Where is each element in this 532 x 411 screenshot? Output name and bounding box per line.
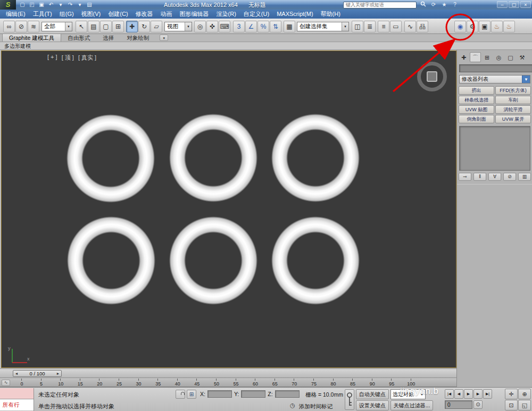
menu-item[interactable]: 工具(T) (29, 10, 56, 19)
edit-named-selection-sets-icon[interactable]: ▦ (284, 21, 295, 32)
track-bar[interactable]: ∿ 0 5 10 15 20 25 30 35 40 45 (0, 378, 456, 387)
key-filters-button[interactable]: 关键点过滤器... (390, 400, 433, 410)
window-crossing-toggle-icon[interactable]: ⊞ (112, 21, 124, 32)
layer-manager-icon[interactable]: ≡ (378, 21, 389, 32)
torus-object[interactable] (271, 216, 360, 305)
play-animation-button[interactable]: ▶ (464, 389, 473, 399)
modifier-preset-button[interactable]: 样条线选择 (459, 96, 494, 104)
bind-to-space-warp-icon[interactable]: ≋ (28, 21, 39, 32)
curve-editor-icon[interactable]: ∿ (404, 21, 416, 32)
remove-modifier-button[interactable]: ⊘ (503, 173, 516, 181)
menu-item[interactable]: MAXScript(M) (273, 10, 317, 19)
rendered-frame-window-icon[interactable]: ▣ (479, 21, 491, 32)
mirror-icon[interactable]: ◫ (352, 21, 363, 32)
select-and-rotate-icon[interactable]: ↻ (138, 21, 150, 32)
selection-filter-dropdown[interactable]: 全部 ▾ (41, 22, 72, 31)
add-time-tag[interactable]: 添加时间标记 (299, 403, 332, 410)
open-mini-curve-editor-button[interactable]: ∿ (2, 380, 10, 386)
make-unique-button[interactable]: ∀ (488, 173, 501, 181)
viewport-top[interactable]: [ + ] [ 顶 ] [ 真实 ] y x (1, 51, 456, 368)
menu-item[interactable]: 视图(V) (78, 10, 105, 19)
project-folder-icon[interactable]: ▤ (85, 1, 94, 9)
maximize-viewport-toggle-button[interactable]: ◱ (518, 400, 531, 410)
communication-center-icon[interactable]: ⟳ (429, 1, 438, 9)
torus-object[interactable] (66, 114, 155, 203)
absolute-mode-toggle[interactable]: ⊞ (187, 390, 196, 399)
viewcube[interactable] (417, 62, 447, 91)
y-coordinate-field[interactable] (241, 390, 265, 398)
undo-flyout-icon[interactable]: ▾ (56, 1, 65, 9)
modifier-preset-button[interactable]: 挤出 (459, 86, 494, 95)
modifier-preset-button[interactable]: 车削 (495, 96, 531, 104)
modifier-list-dropdown[interactable]: 修改器列表 ▼ (459, 75, 530, 83)
ribbon-panel-polygon-modeling[interactable]: 多边形建模 (0, 43, 532, 50)
graphite-ribbon-toggle-icon[interactable]: ▭ (390, 21, 402, 32)
utilities-tab[interactable]: ⚒ (517, 52, 528, 62)
named-selection-sets-dropdown[interactable]: 创建选择集 ▾ (297, 22, 349, 31)
key-mode-toggle[interactable]: ⊙ (473, 400, 483, 409)
select-by-name-icon[interactable]: ▤ (88, 21, 99, 32)
ribbon-tab[interactable]: 对象绘制 (120, 34, 155, 41)
viewcube-face[interactable] (427, 71, 437, 82)
display-tab[interactable]: ▢ (505, 52, 516, 62)
create-tab[interactable]: ✚ (458, 52, 469, 62)
app-logo-icon[interactable]: S (0, 0, 16, 10)
modifier-preset-button[interactable]: 涡轮平滑 (495, 105, 531, 114)
menu-item[interactable]: 图形编辑器 (176, 10, 213, 19)
menu-item[interactable]: 渲染(R) (213, 10, 240, 19)
set-key-button[interactable]: 设置关键点 (356, 400, 389, 410)
motion-tab[interactable]: ◎ (493, 52, 504, 62)
spinner-snap-toggle-icon[interactable]: ⇅ (270, 21, 281, 32)
previous-frame-arrow-icon[interactable]: ◄ (13, 372, 20, 375)
search-icon[interactable] (419, 1, 427, 9)
keyboard-shortcut-override-toggle-icon[interactable]: ⌨ (219, 21, 230, 32)
modifier-preset-button[interactable]: UVW 贴图 (459, 105, 494, 114)
viewport-pov-menu[interactable]: [ 顶 ] (62, 54, 74, 62)
x-coordinate-field[interactable] (207, 390, 232, 398)
menu-item[interactable]: 修改器 (132, 10, 157, 19)
current-frame-field[interactable]: 0 (445, 400, 472, 409)
viewport-shading-menu[interactable]: [ 真实 ] (78, 54, 96, 62)
torus-object[interactable] (67, 216, 155, 305)
zoom-region-button[interactable]: ⊡ (505, 400, 518, 410)
angle-snap-toggle-icon[interactable]: ∠ (245, 21, 257, 32)
listener-pane[interactable]: 所有行 (0, 399, 34, 410)
go-to-end-button[interactable]: ▶| (483, 389, 492, 399)
next-frame-arrow-icon[interactable]: ► (55, 372, 61, 375)
ribbon-tab[interactable]: Graphite 建模工具 (2, 33, 61, 41)
search-input[interactable] (343, 2, 417, 9)
auto-key-button[interactable]: 自动关键点 (356, 389, 389, 399)
menu-item[interactable]: 创建(C) (104, 10, 131, 19)
reference-coordinate-dropdown[interactable]: 视图 ▾ (164, 22, 192, 31)
material-editor-icon[interactable]: ◉ (454, 21, 466, 32)
macro-recorder-pane[interactable] (0, 388, 34, 399)
zoom-button[interactable]: ⊕ (518, 389, 531, 399)
favorites-icon[interactable]: ★ (440, 1, 448, 9)
use-pivot-point-center-icon[interactable]: ◎ (194, 21, 206, 32)
viewport-general-menu[interactable]: [ + ] (47, 54, 57, 62)
snap-toggle-3d-icon[interactable]: 3 (233, 21, 245, 32)
help-icon[interactable]: ? (451, 1, 459, 9)
menu-item[interactable]: 自定义(U) (240, 10, 273, 19)
maximize-button[interactable]: ▢ (509, 1, 519, 8)
torus-object[interactable] (271, 114, 360, 202)
save-file-icon[interactable]: ▣ (37, 1, 46, 9)
modifier-stack[interactable] (459, 126, 530, 171)
select-and-scale-icon[interactable]: ▱ (151, 21, 162, 32)
render-setup-icon[interactable]: ⚙ (467, 21, 478, 32)
modifier-preset-button[interactable]: UVW 展开 (495, 115, 531, 123)
menu-item[interactable]: 编辑(E) (2, 10, 29, 19)
redo-flyout-icon[interactable]: ▾ (76, 1, 84, 9)
ribbon-tab[interactable]: 自由形式 (61, 34, 96, 41)
z-coordinate-field[interactable] (275, 390, 300, 398)
unlink-selection-icon[interactable]: ⊘ (15, 21, 27, 32)
percent-snap-toggle-icon[interactable]: % (257, 21, 269, 32)
menu-item[interactable]: 组(G) (56, 10, 78, 19)
open-file-icon[interactable]: ◰ (28, 1, 36, 9)
modifier-preset-button[interactable]: FFD(长方体) (495, 86, 531, 95)
menu-item[interactable]: 动画 (157, 10, 176, 19)
maxscript-mini-listener[interactable]: 所有行 (0, 388, 34, 411)
show-end-result-button[interactable]: ‖ (473, 173, 486, 181)
new-scene-icon[interactable]: ▢ (18, 1, 27, 9)
modify-tab[interactable]: ⌒ (470, 52, 481, 62)
